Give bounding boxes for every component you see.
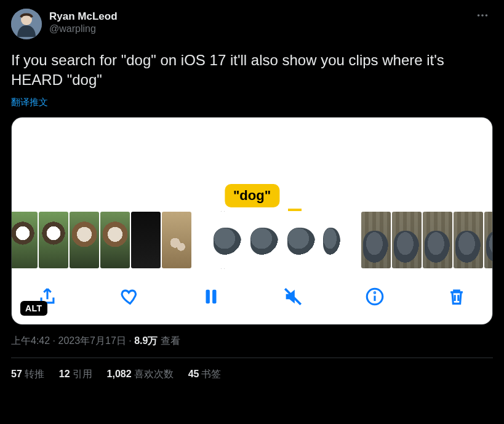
quotes-count: 12 (59, 369, 70, 379)
more-button[interactable] (472, 9, 493, 22)
engagement-stats: 57转推 12引用 1,082喜欢次数 45书签 (11, 358, 493, 385)
thumbnail (321, 212, 343, 268)
likes-count: 1,082 (107, 369, 132, 379)
bookmarks-count: 45 (188, 369, 199, 379)
video-timeline[interactable] (12, 211, 492, 269)
clip-group-3 (361, 212, 492, 268)
svg-point-4 (486, 14, 488, 17)
svg-point-2 (478, 14, 480, 17)
tweet-text: If you search for "dog" on iOS 17 it'll … (11, 50, 493, 90)
info-button[interactable] (362, 284, 387, 309)
like-button[interactable] (117, 284, 142, 309)
media-attachment[interactable]: "dog" (11, 117, 493, 325)
meta-sep: · (50, 335, 58, 346)
bookmarks-stat[interactable]: 45书签 (188, 368, 222, 381)
media-top-area: "dog" (12, 118, 492, 211)
alt-badge[interactable]: ALT (20, 301, 47, 316)
likes-stat[interactable]: 1,082喜欢次数 (107, 368, 174, 381)
delete-button[interactable] (444, 284, 469, 309)
thumbnail (361, 212, 391, 268)
views-label: 查看 (161, 335, 180, 346)
meta-sep: · (126, 335, 134, 346)
thumbnail (423, 212, 452, 268)
video-toolbar (12, 269, 492, 324)
handle[interactable]: @warpling (49, 23, 472, 35)
thumbnail (12, 212, 38, 268)
quotes-label: 引用 (73, 369, 92, 379)
avatar[interactable] (11, 9, 42, 39)
tweet-container: Ryan McLeod @warpling If you search for … (0, 0, 504, 387)
thumbnail (392, 212, 422, 268)
thumbnail (210, 212, 246, 268)
translate-link[interactable]: 翻译推文 (11, 97, 48, 108)
likes-label: 喜欢次数 (134, 369, 174, 379)
tweet-date[interactable]: 2023年7月17日 (58, 335, 126, 346)
avatar-image (11, 9, 42, 39)
thumbnail (284, 212, 319, 268)
pause-icon (201, 286, 222, 307)
tweet-header: Ryan McLeod @warpling (11, 9, 493, 39)
heart-icon (119, 286, 140, 307)
pause-button[interactable] (199, 284, 223, 309)
svg-rect-5 (206, 289, 210, 303)
clip-group-2 (210, 212, 343, 268)
clip-group-1 (12, 212, 191, 268)
thumbnail (39, 212, 68, 268)
search-token-badge: "dog" (225, 184, 279, 207)
svg-point-3 (481, 14, 484, 17)
tweet-meta: 上午4:42 · 2023年7月17日 · 8.9万 查看 (11, 335, 493, 348)
thumbnail (131, 212, 161, 268)
display-name[interactable]: Ryan McLeod (49, 10, 472, 23)
mute-icon (282, 286, 303, 307)
thumbnail (247, 212, 282, 268)
mute-button[interactable] (281, 284, 305, 309)
thumbnail (484, 212, 492, 268)
media-inner: "dog" (12, 118, 492, 324)
retweets-label: 转推 (25, 369, 44, 379)
thumbnail (162, 212, 191, 268)
quotes-stat[interactable]: 12引用 (59, 368, 92, 381)
thumbnail (454, 212, 483, 268)
more-icon (476, 9, 489, 22)
retweets-stat[interactable]: 57转推 (11, 368, 44, 381)
author-block: Ryan McLeod @warpling (49, 9, 472, 35)
thumbnail (70, 212, 99, 268)
trash-icon (446, 286, 467, 307)
info-icon (364, 286, 385, 307)
thumbnail (100, 212, 130, 268)
views-count: 8.9万 (134, 335, 158, 346)
bookmarks-label: 书签 (201, 369, 221, 379)
retweets-count: 57 (11, 369, 22, 379)
tweet-time[interactable]: 上午4:42 (11, 335, 50, 346)
svg-rect-6 (212, 289, 216, 303)
svg-point-10 (374, 292, 375, 293)
